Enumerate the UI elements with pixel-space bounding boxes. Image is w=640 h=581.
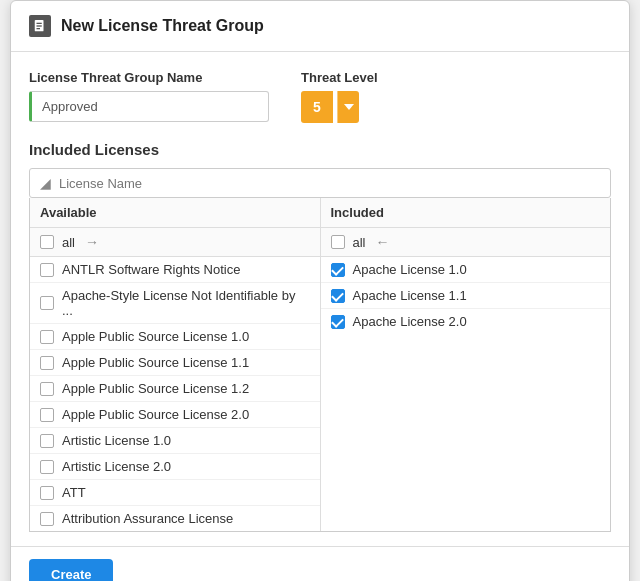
list-item: Apache License 1.1	[321, 283, 611, 309]
threat-level-dropdown-button[interactable]	[337, 91, 359, 123]
available-item-checkbox[interactable]	[40, 296, 54, 310]
available-header: Available	[30, 198, 320, 228]
available-item-checkbox[interactable]	[40, 263, 54, 277]
available-item-label: Artistic License 1.0	[62, 433, 171, 448]
available-item-label: Artistic License 2.0	[62, 459, 171, 474]
available-item-label: ATT	[62, 485, 86, 500]
available-item-label: Apple Public Source License 2.0	[62, 407, 249, 422]
list-item: Apple Public Source License 1.1	[30, 350, 320, 376]
included-item-checkbox[interactable]	[331, 263, 345, 277]
list-item: Apple Public Source License 1.2	[30, 376, 320, 402]
included-item-checkbox[interactable]	[331, 289, 345, 303]
name-input[interactable]	[29, 91, 269, 122]
name-group: License Threat Group Name	[29, 70, 269, 122]
available-item-label: Apache-Style License Not Identifiable by…	[62, 288, 310, 318]
arrow-left-icon: ←	[376, 234, 390, 250]
modal-header: New License Threat Group	[11, 1, 629, 52]
threat-level-label: Threat Level	[301, 70, 378, 85]
list-item: Artistic License 1.0	[30, 428, 320, 454]
available-all-label: all	[62, 235, 75, 250]
license-filter-input[interactable]	[59, 176, 600, 191]
document-icon	[29, 15, 51, 37]
filter-icon: ◢	[40, 175, 51, 191]
list-item: Attribution Assurance License	[30, 506, 320, 531]
included-all-checkbox[interactable]	[331, 235, 345, 249]
list-item: Apple Public Source License 1.0	[30, 324, 320, 350]
available-item-label: Attribution Assurance License	[62, 511, 233, 526]
name-label: License Threat Group Name	[29, 70, 269, 85]
new-license-threat-group-modal: New License Threat Group License Threat …	[10, 0, 630, 581]
included-panel: Included all ← Apache License 1.0 Apache…	[321, 198, 611, 531]
included-list: Apache License 1.0 Apache License 1.1 Ap…	[321, 257, 611, 531]
available-item-label: ANTLR Software Rights Notice	[62, 262, 240, 277]
available-item-label: Apple Public Source License 1.0	[62, 329, 249, 344]
list-item: Artistic License 2.0	[30, 454, 320, 480]
available-item-label: Apple Public Source License 1.2	[62, 381, 249, 396]
available-all-row: all →	[30, 228, 320, 257]
available-item-label: Apple Public Source License 1.1	[62, 355, 249, 370]
available-item-checkbox[interactable]	[40, 434, 54, 448]
available-item-checkbox[interactable]	[40, 486, 54, 500]
included-all-row: all ←	[321, 228, 611, 257]
list-item: Apache License 1.0	[321, 257, 611, 283]
modal-footer: Create	[11, 546, 629, 581]
available-item-checkbox[interactable]	[40, 408, 54, 422]
threat-level-control: 5	[301, 91, 378, 123]
list-item: Apache License 2.0	[321, 309, 611, 334]
available-item-checkbox[interactable]	[40, 330, 54, 344]
available-list: ANTLR Software Rights Notice Apache-Styl…	[30, 257, 320, 531]
chevron-down-icon	[344, 102, 354, 112]
included-all-label: all	[353, 235, 366, 250]
modal-body: License Threat Group Name Threat Level 5…	[11, 52, 629, 546]
available-item-checkbox[interactable]	[40, 382, 54, 396]
available-item-checkbox[interactable]	[40, 356, 54, 370]
list-item: Apache-Style License Not Identifiable by…	[30, 283, 320, 324]
list-item: ANTLR Software Rights Notice	[30, 257, 320, 283]
threat-level-badge: 5	[301, 91, 333, 123]
section-title: Included Licenses	[29, 141, 611, 158]
included-item-checkbox[interactable]	[331, 315, 345, 329]
included-header: Included	[321, 198, 611, 228]
create-button[interactable]: Create	[29, 559, 113, 581]
available-item-checkbox[interactable]	[40, 512, 54, 526]
modal-title: New License Threat Group	[61, 17, 264, 35]
list-item: ATT	[30, 480, 320, 506]
form-row: License Threat Group Name Threat Level 5	[29, 70, 611, 123]
included-item-label: Apache License 1.0	[353, 262, 467, 277]
included-item-label: Apache License 1.1	[353, 288, 467, 303]
filter-row: ◢	[29, 168, 611, 198]
available-item-checkbox[interactable]	[40, 460, 54, 474]
available-panel: Available all → ANTLR Software Rights No…	[30, 198, 321, 531]
lists-container: Available all → ANTLR Software Rights No…	[29, 198, 611, 532]
included-item-label: Apache License 2.0	[353, 314, 467, 329]
list-item: Apple Public Source License 2.0	[30, 402, 320, 428]
available-all-checkbox[interactable]	[40, 235, 54, 249]
threat-level-group: Threat Level 5	[301, 70, 378, 123]
arrow-right-icon: →	[85, 234, 99, 250]
